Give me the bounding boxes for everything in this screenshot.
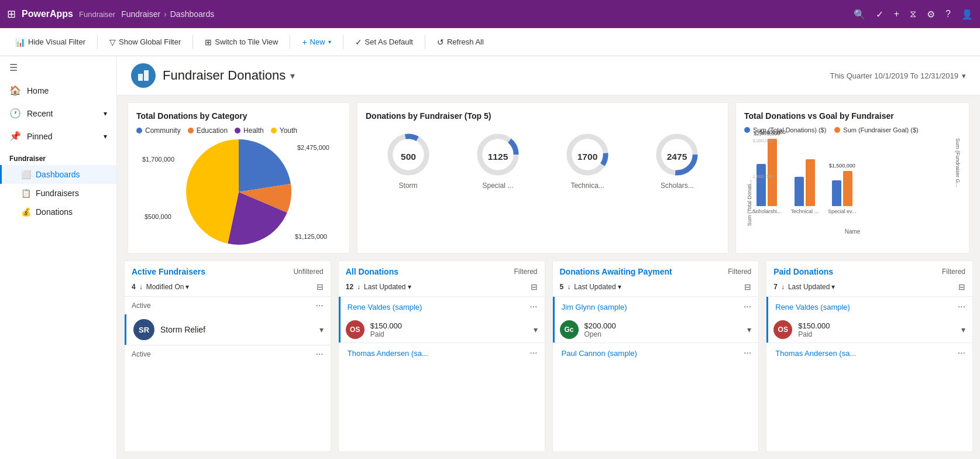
menu-icon: ☰ bbox=[9, 62, 18, 73]
nav1-label[interactable]: Fundraiser bbox=[79, 10, 115, 19]
list3-sort-chevron: ▾ bbox=[618, 283, 621, 291]
refresh-button[interactable]: ↺ Refresh All bbox=[431, 35, 490, 50]
list2-count: 12 bbox=[346, 283, 353, 291]
donut-special: 1125 Special ... bbox=[474, 131, 521, 190]
help-icon[interactable]: ? bbox=[945, 9, 951, 19]
list2-badge: Filtered bbox=[514, 268, 537, 276]
switch-view-button[interactable]: ⊞ Switch to Tile View bbox=[199, 35, 284, 50]
list2-filter-icon[interactable]: ⊟ bbox=[531, 282, 538, 292]
list-donations-awaiting: Donations Awaiting Payment Filtered 5 ↓ … bbox=[552, 261, 759, 452]
donations-dot bbox=[744, 127, 750, 133]
divider5 bbox=[425, 35, 425, 49]
y-right-label: Sum (Fundraiser G... bbox=[953, 138, 961, 226]
list3-row1-avatar: Gc bbox=[560, 320, 579, 339]
list4-row2-name[interactable]: Thomas Andersen (sa... bbox=[775, 349, 856, 358]
education-dot bbox=[188, 128, 194, 133]
list1-row1-dots[interactable]: ··· bbox=[315, 300, 323, 311]
dashboard-title: Fundraiser Donations ▾ bbox=[163, 68, 295, 83]
list3-count: 5 bbox=[560, 283, 564, 291]
list2-row1-dots[interactable]: ··· bbox=[529, 302, 537, 312]
list2-row1-avatar: OS bbox=[346, 320, 365, 339]
list1-badge: Unfiltered bbox=[293, 268, 323, 276]
label-community: $2,475,000 bbox=[297, 144, 329, 151]
list4-row1-dots[interactable]: ··· bbox=[958, 302, 965, 312]
new-icon: + bbox=[302, 37, 307, 47]
list4-row1-chevron: ▾ bbox=[961, 325, 965, 334]
recent-chevron-icon: ▾ bbox=[104, 109, 107, 118]
list2-row1-detail: Paid bbox=[370, 330, 528, 338]
list4-row1-name[interactable]: Rene Valdes (sample) bbox=[775, 303, 850, 311]
check-icon[interactable]: ✓ bbox=[876, 9, 883, 20]
list3-row2-dots[interactable]: ··· bbox=[744, 348, 751, 358]
list4-toolbar: 7 ↓ Last Updated ▾ ⊟ bbox=[766, 280, 972, 296]
waffle-icon[interactable]: ⊞ bbox=[7, 8, 16, 20]
date-range[interactable]: This Quarter 10/1/2019 To 12/31/2019 ▾ bbox=[830, 71, 966, 80]
list1-filter-icon[interactable]: ⊟ bbox=[317, 282, 324, 292]
sidebar-item-donations[interactable]: 💰 Donations bbox=[0, 203, 116, 221]
list1-row1: SR Storm Relief ▾ bbox=[125, 314, 331, 345]
nav3-label[interactable]: Dashboards bbox=[170, 9, 215, 19]
sidebar-item-pinned[interactable]: 📌 Pinned ▾ bbox=[0, 125, 116, 148]
list4-row1-header: Rene Valdes (sample) ··· bbox=[766, 297, 972, 317]
list4-sort-chevron: ▾ bbox=[831, 283, 835, 291]
sidebar-item-dashboards[interactable]: ⬜ Dashboards bbox=[0, 165, 116, 184]
list2-row1-header: Rene Valdes (sample) ··· bbox=[339, 297, 545, 317]
svg-rect-0 bbox=[138, 74, 143, 81]
donut-special-label: Special ... bbox=[483, 181, 514, 190]
y-left-label: Sum (Total Donati... bbox=[744, 138, 752, 226]
label-education: $500,000 bbox=[145, 213, 171, 220]
chart3-area: Sum (Total Donati... $2,475,000 $4,800,0… bbox=[744, 138, 961, 226]
list4-badge: Filtered bbox=[942, 268, 965, 276]
search-icon[interactable]: 🔍 bbox=[854, 9, 865, 20]
divider1 bbox=[97, 35, 98, 49]
sidebar-item-recent[interactable]: 🕐 Recent ▾ bbox=[0, 102, 116, 125]
goal-dot bbox=[834, 127, 840, 133]
list1-title: Active Fundraisers bbox=[132, 267, 205, 276]
list1-row2-dots[interactable]: ··· bbox=[315, 349, 323, 359]
new-button[interactable]: + New ▾ bbox=[296, 35, 336, 50]
settings-icon[interactable]: ⚙ bbox=[927, 9, 935, 20]
chart-donations-by-fundraiser: Donations by Fundraiser (Top 5) 500 Stor… bbox=[357, 102, 728, 254]
nav2-label[interactable]: Fundraiser bbox=[121, 9, 160, 19]
new-chevron-icon: ▾ bbox=[328, 39, 331, 45]
list1-sort[interactable]: Modified On ▾ bbox=[146, 283, 190, 291]
list2-row1-name[interactable]: Rene Valdes (sample) bbox=[348, 303, 422, 311]
bar-group-special: $1,500,000 Special ev... bbox=[828, 163, 856, 214]
list3-sort[interactable]: Last Updated ▾ bbox=[574, 283, 621, 291]
sidebar-menu-toggle[interactable]: ☰ bbox=[0, 56, 116, 79]
list3-row1-header: Jim Glynn (sample) ··· bbox=[553, 297, 759, 317]
list3-filter-icon[interactable]: ⊟ bbox=[744, 282, 751, 292]
list4-count: 7 bbox=[773, 283, 778, 291]
list4-row2-dots[interactable]: ··· bbox=[958, 348, 965, 358]
hide-visual-filter-button[interactable]: 📊 Hide Visual Filter bbox=[9, 35, 91, 50]
top-nav: ⊞ PowerApps Fundraiser Fundraiser › Dash… bbox=[0, 0, 980, 28]
list1-toolbar: 4 ↓ Modified On ▾ ⊟ bbox=[125, 280, 331, 296]
dashboard-title-chevron-icon[interactable]: ▾ bbox=[290, 70, 295, 81]
lists-row: Active Fundraisers Unfiltered 4 ↓ Modifi… bbox=[117, 254, 980, 459]
label-health: $1,125,000 bbox=[295, 233, 327, 240]
list3-row1-dots[interactable]: ··· bbox=[744, 302, 751, 312]
chart1-title: Total Donations by Category bbox=[136, 111, 341, 121]
list3-row2-name[interactable]: Paul Cannon (sample) bbox=[562, 349, 637, 358]
list3-row1-detail: Open bbox=[584, 330, 742, 338]
user-icon[interactable]: 👤 bbox=[961, 9, 973, 20]
list4-row1-detail: Paid bbox=[798, 330, 955, 338]
list2-row2-dots[interactable]: ··· bbox=[529, 348, 537, 358]
list4-row1-amount: $150.000 bbox=[798, 321, 955, 330]
bar-special-goal bbox=[843, 171, 852, 206]
sidebar-item-home[interactable]: 🏠 Home bbox=[0, 79, 116, 102]
list4-sort[interactable]: Last Updated ▾ bbox=[788, 283, 835, 291]
set-default-button[interactable]: ✓ Set As Default bbox=[349, 35, 419, 50]
list3-row2-header: Paul Cannon (sample) ··· bbox=[553, 343, 759, 363]
list4-filter-icon[interactable]: ⊟ bbox=[958, 282, 965, 292]
show-global-filter-button[interactable]: ▽ Show Global Filter bbox=[104, 35, 187, 50]
list3-row1-name[interactable]: Jim Glynn (sample) bbox=[562, 303, 627, 311]
list2-sort[interactable]: Last Updated ▾ bbox=[364, 283, 411, 291]
filter-icon[interactable]: ⧖ bbox=[910, 9, 916, 19]
sidebar-item-fundraisers[interactable]: 📋 Fundraisers bbox=[0, 184, 116, 203]
list2-row2-name[interactable]: Thomas Andersen (sa... bbox=[348, 349, 428, 358]
add-icon[interactable]: + bbox=[894, 9, 899, 19]
chart2-donuts: 500 Storm 1125 Special ... bbox=[366, 126, 720, 190]
divider2 bbox=[192, 35, 193, 49]
bar-technical-donations bbox=[795, 177, 804, 206]
